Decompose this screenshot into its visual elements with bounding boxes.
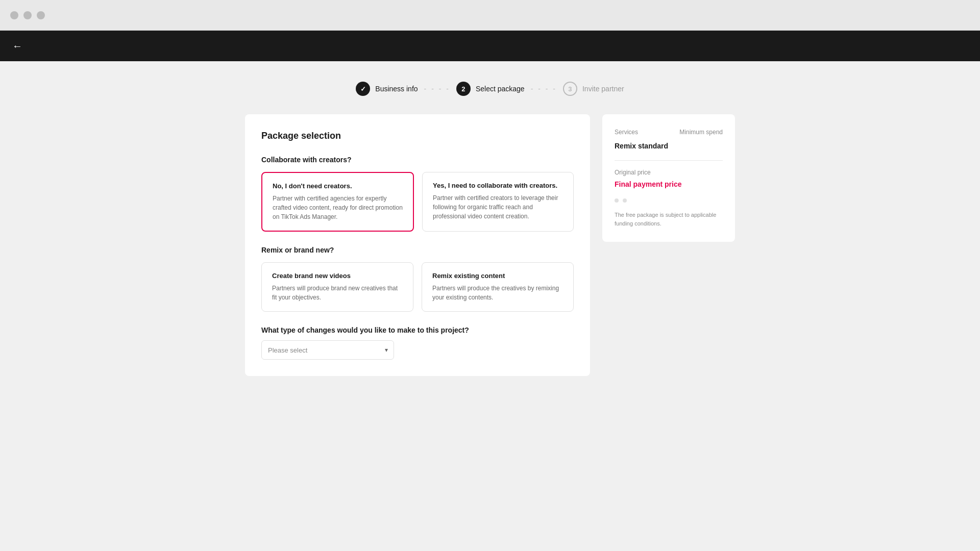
services-col-label: Services [615,129,638,136]
remix-options-row: Create brand new videos Partners will pr… [261,262,574,312]
content-layout: Package selection Collaborate with creat… [245,114,735,376]
original-price-label: Original price [615,169,723,176]
option-yes-creators-title: Yes, I need to collaborate with creators… [433,182,563,189]
summary-note: The free package is subject to applicabl… [615,211,723,228]
summary-divider [615,160,723,161]
step-business-info: ✓ Business info [356,82,418,96]
service-name: Remix standard [615,142,723,150]
step-label-1: Business info [375,85,418,93]
option-no-creators-desc: Partner with certified agencies for expe… [273,194,403,221]
stepper: ✓ Business info - - - - 2 Select package… [31,82,949,96]
package-selection-card: Package selection Collaborate with creat… [245,114,590,376]
step-label-2: Select package [476,85,525,93]
option-brand-new[interactable]: Create brand new videos Partners will pr… [261,262,413,312]
browser-dot-2 [23,11,32,19]
step-circle-1: ✓ [356,82,370,96]
option-remix-existing-desc: Partners will produce the creatives by r… [432,284,563,302]
changes-type-select[interactable]: Please select [261,340,394,360]
back-button[interactable]: ← [12,40,22,52]
dot1 [615,198,619,203]
browser-chrome [0,0,980,31]
card-title: Package selection [261,131,574,141]
option-remix-existing-title: Remix existing content [432,272,563,280]
option-no-creators-title: No, I don't need creators. [273,182,403,190]
browser-dot-1 [10,11,18,19]
summary-dots [615,198,723,203]
option-brand-new-title: Create brand new videos [272,272,403,280]
browser-dot-3 [37,11,45,19]
option-remix-existing[interactable]: Remix existing content Partners will pro… [422,262,574,312]
step-label-3: Invite partner [582,85,624,93]
section1-title: Collaborate with creators? [261,156,574,164]
option-yes-creators[interactable]: Yes, I need to collaborate with creators… [422,172,574,232]
step-number-2: 2 [461,85,465,93]
min-spend-col-label: Minimum spend [679,129,723,136]
option-yes-creators-desc: Partner with certified creators to lever… [433,193,563,221]
step-number-3: 3 [568,85,572,93]
step-check-icon: ✓ [360,85,366,93]
main-content: ✓ Business info - - - - 2 Select package… [0,61,980,551]
browser-dots [10,11,45,19]
step-connector-2: - - - - [531,85,557,93]
nav-bar: ← [0,31,980,61]
creators-options-row: No, I don't need creators. Partner with … [261,172,574,232]
option-brand-new-desc: Partners will produce brand new creative… [272,284,403,302]
dropdown-label: What type of changes would you like to m… [261,326,574,334]
summary-header: Services Minimum spend [615,129,723,136]
dot2 [623,198,627,203]
option-no-creators[interactable]: No, I don't need creators. Partner with … [261,172,414,232]
step-connector-1: - - - - [424,85,450,93]
step-circle-2: 2 [456,82,471,96]
step-select-package: 2 Select package [456,82,525,96]
final-price-label: Final payment price [615,180,723,188]
summary-card: Services Minimum spend Remix standard Or… [602,114,735,242]
step-invite-partner: 3 Invite partner [563,82,624,96]
dropdown-wrapper: Please select ▾ [261,340,394,360]
step-circle-3: 3 [563,82,577,96]
section2-title: Remix or brand new? [261,246,574,254]
